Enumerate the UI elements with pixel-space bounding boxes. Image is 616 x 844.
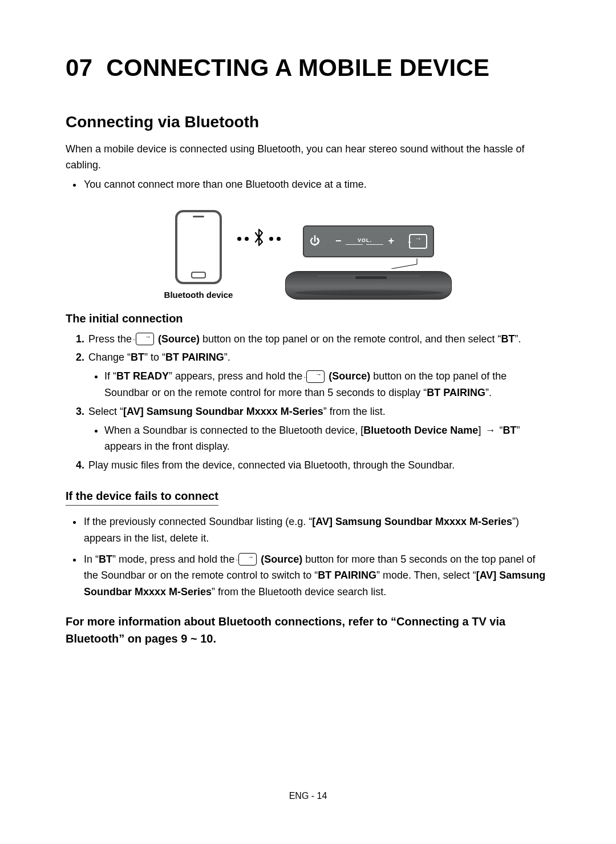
- text-bold: Bluetooth Device Name: [363, 425, 478, 436]
- fail-item-2: In “BT” mode, press and hold the (Source…: [83, 551, 550, 600]
- source-icon: [136, 333, 154, 345]
- source-icon: [306, 370, 325, 383]
- section-title: Connecting via Bluetooth: [66, 113, 550, 131]
- intro-text: When a mobile device is connected using …: [66, 142, 550, 173]
- dot-icon: [237, 237, 241, 241]
- chapter-text: CONNECTING A MOBILE DEVICE: [106, 54, 489, 81]
- step-3-sub-item: When a Soundbar is connected to the Blue…: [104, 422, 550, 455]
- text-bold: BT: [502, 425, 516, 436]
- steps-list: Press the (Source) button on the top pan…: [66, 331, 550, 474]
- fails-heading: If the device fails to connect: [66, 490, 218, 506]
- text: button on the top panel or on the remote…: [200, 333, 501, 345]
- text: ” mode, press and hold the: [112, 554, 237, 565]
- text-bold: BT: [131, 352, 144, 363]
- text: ” to “: [144, 352, 165, 363]
- phone-col: Bluetooth device: [164, 210, 233, 300]
- callout-line: [303, 259, 434, 269]
- text: Select “: [88, 406, 123, 417]
- step-2-sub-item: If “BT READY” appears, press and hold th…: [104, 368, 550, 401]
- source-icon: [238, 553, 257, 566]
- chapter-title: 07 CONNECTING A MOBILE DEVICE: [66, 54, 550, 82]
- text-bold: BT PAIRING: [165, 352, 224, 363]
- plus-icon: +: [388, 235, 394, 247]
- text: “: [496, 425, 502, 436]
- dot-icon: [269, 237, 273, 241]
- text-bold: BT: [501, 333, 514, 345]
- text: ” mode. Then, select “: [376, 570, 476, 581]
- step-1: Press the (Source) button on the top pan…: [87, 331, 550, 348]
- phone-home-button: [191, 272, 206, 278]
- text-bold: BT READY: [116, 370, 169, 382]
- dot-icon: [245, 237, 249, 241]
- text-bold: (Source): [258, 554, 302, 565]
- text-bold: [AV] Samsung Soundbar Mxxxx M-Series: [123, 406, 323, 417]
- top-bullet-list: You cannot connect more than one Bluetoo…: [66, 177, 550, 193]
- text-bold: BT: [99, 554, 112, 565]
- svg-line-1: [391, 264, 417, 269]
- soundbar-display: [355, 276, 387, 279]
- text: ]: [478, 425, 484, 436]
- text-bold: (Source): [155, 333, 200, 345]
- phone-icon: [175, 210, 222, 284]
- text: ” from the list.: [323, 406, 386, 417]
- soundbar-body: [285, 271, 452, 300]
- step-4: Play music files from the device, connec…: [87, 457, 550, 474]
- fail-item-1: If the previously connected Soundbar lis…: [83, 514, 550, 547]
- soundbar-top-panel: ⏻ − VOL. +: [303, 225, 434, 257]
- diagram-row: Bluetooth device ⏻ −: [164, 210, 452, 300]
- vol-center: VOL.: [346, 237, 383, 245]
- line-icon: [346, 244, 363, 245]
- step-2: Change “BT” to “BT PAIRING”. If “BT READ…: [87, 349, 550, 401]
- top-bullet-item: You cannot connect more than one Bluetoo…: [83, 177, 550, 193]
- more-info: For more information about Bluetooth con…: [66, 613, 550, 647]
- text: ”.: [485, 387, 492, 398]
- bluetooth-svg: [252, 228, 266, 247]
- text: Press the: [88, 333, 135, 345]
- fails-list: If the previously connected Soundbar lis…: [66, 514, 550, 600]
- minus-icon: −: [335, 235, 342, 247]
- vol-label: VOL.: [346, 237, 383, 243]
- text: ” appears, press and hold the: [169, 370, 305, 382]
- volume-group: − VOL. +: [320, 235, 409, 247]
- phone-speaker: [193, 216, 204, 217]
- initial-connection-heading: The initial connection: [66, 312, 550, 325]
- line-icon: [366, 244, 383, 245]
- chapter-number: 07: [66, 54, 92, 81]
- text: In “: [84, 554, 99, 565]
- step-3: Select “[AV] Samsung Soundbar Mxxxx M-Se…: [87, 403, 550, 455]
- bluetooth-icon: [252, 228, 266, 249]
- text: If “: [104, 370, 116, 382]
- step-2-sub: If “BT READY” appears, press and hold th…: [88, 368, 550, 401]
- text-bold: BT PAIRING: [427, 387, 485, 398]
- soundbar-group: ⏻ − VOL. +: [285, 225, 452, 300]
- text: ” from the Bluetooth device search list.: [212, 586, 386, 597]
- source-icon: [409, 234, 427, 249]
- page-footer: ENG - 14: [0, 791, 616, 801]
- text-bold: [AV] Samsung Soundbar Mxxxx M-Series: [312, 516, 512, 527]
- diagram: Bluetooth device ⏻ −: [66, 210, 550, 300]
- text-bold: BT PAIRING: [318, 570, 376, 581]
- step-3-sub: When a Soundbar is connected to the Blue…: [88, 422, 550, 455]
- power-icon: ⏻: [310, 235, 320, 247]
- text: ”.: [514, 333, 521, 345]
- bluetooth-connection-icon: [237, 228, 281, 249]
- bt-device-caption: Bluetooth device: [164, 290, 233, 300]
- text: If the previously connected Soundbar lis…: [84, 516, 312, 527]
- text: Change “: [88, 352, 131, 363]
- arrow-icon: →: [485, 425, 495, 436]
- manual-page: 07 CONNECTING A MOBILE DEVICE Connecting…: [0, 0, 616, 844]
- text-bold: (Source): [326, 370, 370, 382]
- text: ”.: [224, 352, 230, 363]
- dot-icon: [277, 237, 281, 241]
- text: When a Soundbar is connected to the Blue…: [104, 425, 363, 436]
